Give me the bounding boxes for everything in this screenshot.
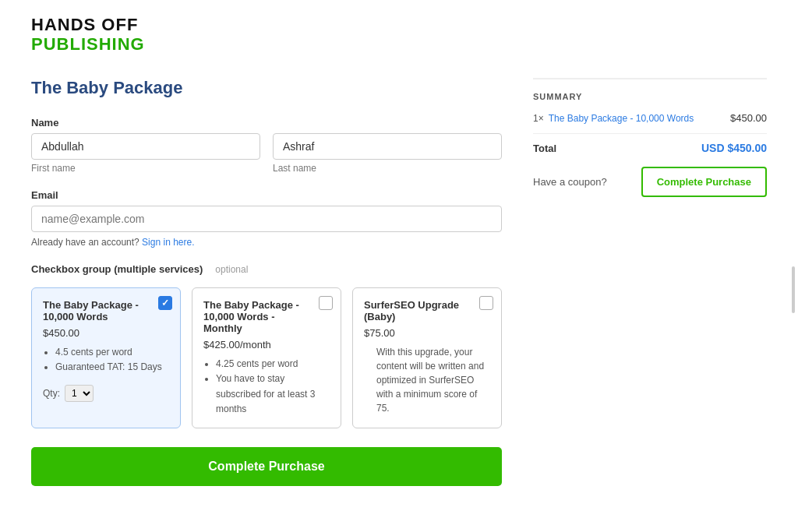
summary-total-row: Total USD $450.00 — [533, 133, 767, 154]
card-3-description: With this upgrade, your content will be … — [364, 345, 490, 415]
logo-line1: HANDS OFF — [31, 16, 767, 34]
checkbox-group-label: Checkbox group (multiple services) — [31, 263, 203, 275]
logo-line2: PUBLISHING — [31, 34, 767, 55]
service-card-3[interactable]: SurferSEO Upgrade (Baby) $75.00 With thi… — [352, 287, 502, 428]
summary-box: SUMMARY 1× The Baby Package - 10,000 Wor… — [533, 78, 767, 197]
name-field-group: Name First name Last name — [31, 117, 502, 174]
summary-item-name: The Baby Package - 10,000 Words — [549, 113, 730, 124]
summary-total-value: USD $450.00 — [701, 142, 767, 154]
last-name-input[interactable] — [273, 133, 502, 160]
card-3-checkbox[interactable] — [479, 296, 493, 310]
logo: HANDS OFF PUBLISHING — [31, 16, 767, 55]
qty-label: Qty: — [43, 388, 60, 399]
left-panel: The Baby Package Name First name Last na… — [31, 78, 502, 486]
card-1-price: $450.00 — [43, 327, 169, 339]
card-2-price: $425.00/month — [203, 339, 330, 351]
card-2-checkbox[interactable] — [319, 296, 333, 310]
coupon-label: Have a coupon? — [533, 176, 607, 188]
card-1-qty-select[interactable]: 1 2 3 4 5 — [65, 385, 94, 402]
page-title: The Baby Package — [31, 78, 502, 98]
name-row: First name Last name — [31, 133, 502, 174]
summary-total-label: Total — [533, 143, 556, 154]
card-2-feature-2: You have to stay subscribed for at least… — [216, 372, 330, 417]
service-card-2[interactable]: The Baby Package - 10,000 Words - Monthl… — [192, 287, 341, 428]
name-label: Name — [31, 117, 502, 129]
summary-item: 1× The Baby Package - 10,000 Words $450.… — [533, 112, 767, 124]
card-1-feature-2: Guaranteed TAT: 15 Days — [55, 360, 169, 375]
card-1-title: The Baby Package - 10,000 Words — [43, 299, 169, 322]
first-name-col: First name — [31, 133, 260, 174]
card-1-feature-1: 4.5 cents per word — [55, 345, 169, 360]
card-2-title: The Baby Package - 10,000 Words - Monthl… — [203, 299, 330, 334]
card-1-checkbox[interactable] — [158, 296, 172, 310]
card-3-title: SurferSEO Upgrade (Baby) — [364, 299, 490, 322]
card-2-feature-1: 4.25 cents per word — [216, 357, 330, 372]
service-card-1[interactable]: The Baby Package - 10,000 Words $450.00 … — [31, 287, 181, 428]
summary-item-qty: 1× — [533, 113, 544, 124]
summary-bottom: Have a coupon? Complete Purchase — [533, 167, 767, 197]
email-field-group: Email Already have an account? Sign in h… — [31, 189, 502, 248]
card-1-features: 4.5 cents per word Guaranteed TAT: 15 Da… — [43, 345, 169, 375]
cards-row: The Baby Package - 10,000 Words $450.00 … — [31, 287, 502, 428]
last-name-col: Last name — [273, 133, 502, 174]
right-panel: SUMMARY 1× The Baby Package - 10,000 Wor… — [533, 78, 767, 197]
complete-purchase-button[interactable]: Complete Purchase — [31, 447, 502, 486]
card-1-qty: Qty: 1 2 3 4 5 — [43, 385, 169, 402]
card-3-price: $75.00 — [364, 327, 490, 339]
scrollbar[interactable] — [792, 266, 795, 313]
first-name-input[interactable] — [31, 133, 260, 160]
summary-title: SUMMARY — [533, 92, 767, 101]
email-label: Email — [31, 189, 502, 201]
email-input[interactable] — [31, 206, 502, 232]
checkbox-group: Checkbox group (multiple services) optio… — [31, 263, 502, 428]
last-name-sublabel: Last name — [273, 163, 502, 174]
card-2-features: 4.25 cents per word You have to stay sub… — [203, 357, 330, 417]
optional-tag: optional — [215, 264, 248, 275]
first-name-sublabel: First name — [31, 163, 260, 174]
summary-complete-button[interactable]: Complete Purchase — [641, 167, 767, 197]
account-note: Already have an account? Sign in here. — [31, 237, 502, 248]
summary-item-price: $450.00 — [730, 112, 767, 124]
sign-in-link[interactable]: Sign in here. — [142, 237, 194, 248]
